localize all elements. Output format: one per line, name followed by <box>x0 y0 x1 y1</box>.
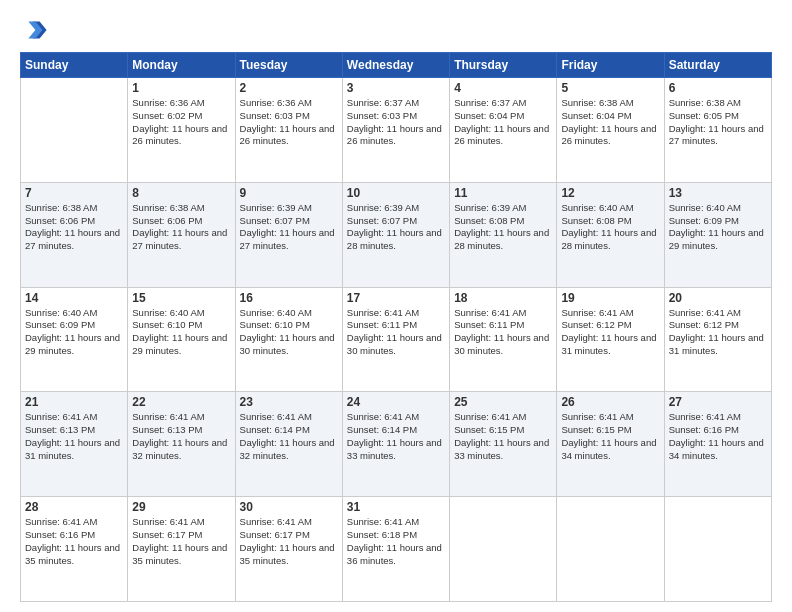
calendar-cell: 14Sunrise: 6:40 AMSunset: 6:09 PMDayligh… <box>21 287 128 392</box>
calendar-header-monday: Monday <box>128 53 235 78</box>
calendar-cell: 16Sunrise: 6:40 AMSunset: 6:10 PMDayligh… <box>235 287 342 392</box>
calendar-cell: 27Sunrise: 6:41 AMSunset: 6:16 PMDayligh… <box>664 392 771 497</box>
day-info: Sunrise: 6:36 AMSunset: 6:02 PMDaylight:… <box>132 97 230 148</box>
calendar-cell: 12Sunrise: 6:40 AMSunset: 6:08 PMDayligh… <box>557 182 664 287</box>
calendar-cell: 31Sunrise: 6:41 AMSunset: 6:18 PMDayligh… <box>342 497 449 602</box>
calendar-cell: 13Sunrise: 6:40 AMSunset: 6:09 PMDayligh… <box>664 182 771 287</box>
calendar-cell: 26Sunrise: 6:41 AMSunset: 6:15 PMDayligh… <box>557 392 664 497</box>
calendar-header-wednesday: Wednesday <box>342 53 449 78</box>
calendar-header-tuesday: Tuesday <box>235 53 342 78</box>
calendar-cell <box>557 497 664 602</box>
calendar-cell: 4Sunrise: 6:37 AMSunset: 6:04 PMDaylight… <box>450 78 557 183</box>
calendar-cell <box>450 497 557 602</box>
day-info: Sunrise: 6:41 AMSunset: 6:11 PMDaylight:… <box>454 307 552 358</box>
day-number: 14 <box>25 291 123 305</box>
day-number: 24 <box>347 395 445 409</box>
calendar-cell <box>21 78 128 183</box>
day-number: 9 <box>240 186 338 200</box>
day-info: Sunrise: 6:38 AMSunset: 6:05 PMDaylight:… <box>669 97 767 148</box>
calendar-table: SundayMondayTuesdayWednesdayThursdayFrid… <box>20 52 772 602</box>
day-info: Sunrise: 6:36 AMSunset: 6:03 PMDaylight:… <box>240 97 338 148</box>
day-number: 1 <box>132 81 230 95</box>
day-number: 19 <box>561 291 659 305</box>
calendar-cell: 15Sunrise: 6:40 AMSunset: 6:10 PMDayligh… <box>128 287 235 392</box>
calendar-cell: 2Sunrise: 6:36 AMSunset: 6:03 PMDaylight… <box>235 78 342 183</box>
day-info: Sunrise: 6:41 AMSunset: 6:13 PMDaylight:… <box>132 411 230 462</box>
day-info: Sunrise: 6:41 AMSunset: 6:12 PMDaylight:… <box>561 307 659 358</box>
day-info: Sunrise: 6:41 AMSunset: 6:14 PMDaylight:… <box>347 411 445 462</box>
day-info: Sunrise: 6:39 AMSunset: 6:07 PMDaylight:… <box>347 202 445 253</box>
day-number: 4 <box>454 81 552 95</box>
day-number: 15 <box>132 291 230 305</box>
calendar-cell: 22Sunrise: 6:41 AMSunset: 6:13 PMDayligh… <box>128 392 235 497</box>
day-number: 10 <box>347 186 445 200</box>
day-number: 25 <box>454 395 552 409</box>
day-info: Sunrise: 6:41 AMSunset: 6:17 PMDaylight:… <box>240 516 338 567</box>
day-number: 12 <box>561 186 659 200</box>
day-info: Sunrise: 6:41 AMSunset: 6:16 PMDaylight:… <box>669 411 767 462</box>
calendar-header-sunday: Sunday <box>21 53 128 78</box>
calendar-cell <box>664 497 771 602</box>
calendar-week-row: 28Sunrise: 6:41 AMSunset: 6:16 PMDayligh… <box>21 497 772 602</box>
calendar-cell: 8Sunrise: 6:38 AMSunset: 6:06 PMDaylight… <box>128 182 235 287</box>
day-number: 26 <box>561 395 659 409</box>
calendar-cell: 30Sunrise: 6:41 AMSunset: 6:17 PMDayligh… <box>235 497 342 602</box>
calendar-cell: 5Sunrise: 6:38 AMSunset: 6:04 PMDaylight… <box>557 78 664 183</box>
day-info: Sunrise: 6:38 AMSunset: 6:04 PMDaylight:… <box>561 97 659 148</box>
page: SundayMondayTuesdayWednesdayThursdayFrid… <box>0 0 792 612</box>
calendar-cell: 11Sunrise: 6:39 AMSunset: 6:08 PMDayligh… <box>450 182 557 287</box>
calendar-cell: 17Sunrise: 6:41 AMSunset: 6:11 PMDayligh… <box>342 287 449 392</box>
day-info: Sunrise: 6:41 AMSunset: 6:15 PMDaylight:… <box>454 411 552 462</box>
calendar-header-friday: Friday <box>557 53 664 78</box>
day-info: Sunrise: 6:41 AMSunset: 6:15 PMDaylight:… <box>561 411 659 462</box>
header <box>20 16 772 44</box>
day-number: 13 <box>669 186 767 200</box>
day-number: 28 <box>25 500 123 514</box>
day-info: Sunrise: 6:38 AMSunset: 6:06 PMDaylight:… <box>25 202 123 253</box>
day-number: 5 <box>561 81 659 95</box>
calendar-cell: 21Sunrise: 6:41 AMSunset: 6:13 PMDayligh… <box>21 392 128 497</box>
day-info: Sunrise: 6:39 AMSunset: 6:08 PMDaylight:… <box>454 202 552 253</box>
day-info: Sunrise: 6:40 AMSunset: 6:10 PMDaylight:… <box>132 307 230 358</box>
day-number: 21 <box>25 395 123 409</box>
calendar-week-row: 21Sunrise: 6:41 AMSunset: 6:13 PMDayligh… <box>21 392 772 497</box>
calendar-cell: 6Sunrise: 6:38 AMSunset: 6:05 PMDaylight… <box>664 78 771 183</box>
day-number: 20 <box>669 291 767 305</box>
day-number: 31 <box>347 500 445 514</box>
day-number: 17 <box>347 291 445 305</box>
day-info: Sunrise: 6:40 AMSunset: 6:10 PMDaylight:… <box>240 307 338 358</box>
day-number: 11 <box>454 186 552 200</box>
day-number: 8 <box>132 186 230 200</box>
calendar-cell: 28Sunrise: 6:41 AMSunset: 6:16 PMDayligh… <box>21 497 128 602</box>
calendar-week-row: 7Sunrise: 6:38 AMSunset: 6:06 PMDaylight… <box>21 182 772 287</box>
logo-icon <box>20 16 48 44</box>
calendar-cell: 29Sunrise: 6:41 AMSunset: 6:17 PMDayligh… <box>128 497 235 602</box>
calendar-cell: 10Sunrise: 6:39 AMSunset: 6:07 PMDayligh… <box>342 182 449 287</box>
calendar-header-thursday: Thursday <box>450 53 557 78</box>
day-number: 7 <box>25 186 123 200</box>
calendar-cell: 25Sunrise: 6:41 AMSunset: 6:15 PMDayligh… <box>450 392 557 497</box>
calendar-cell: 1Sunrise: 6:36 AMSunset: 6:02 PMDaylight… <box>128 78 235 183</box>
day-number: 29 <box>132 500 230 514</box>
day-number: 23 <box>240 395 338 409</box>
day-info: Sunrise: 6:37 AMSunset: 6:04 PMDaylight:… <box>454 97 552 148</box>
day-info: Sunrise: 6:39 AMSunset: 6:07 PMDaylight:… <box>240 202 338 253</box>
calendar-header-saturday: Saturday <box>664 53 771 78</box>
day-info: Sunrise: 6:41 AMSunset: 6:17 PMDaylight:… <box>132 516 230 567</box>
day-info: Sunrise: 6:40 AMSunset: 6:09 PMDaylight:… <box>25 307 123 358</box>
day-info: Sunrise: 6:41 AMSunset: 6:16 PMDaylight:… <box>25 516 123 567</box>
calendar-cell: 20Sunrise: 6:41 AMSunset: 6:12 PMDayligh… <box>664 287 771 392</box>
calendar-cell: 9Sunrise: 6:39 AMSunset: 6:07 PMDaylight… <box>235 182 342 287</box>
calendar-week-row: 14Sunrise: 6:40 AMSunset: 6:09 PMDayligh… <box>21 287 772 392</box>
day-number: 18 <box>454 291 552 305</box>
day-info: Sunrise: 6:41 AMSunset: 6:18 PMDaylight:… <box>347 516 445 567</box>
calendar-cell: 24Sunrise: 6:41 AMSunset: 6:14 PMDayligh… <box>342 392 449 497</box>
day-info: Sunrise: 6:41 AMSunset: 6:12 PMDaylight:… <box>669 307 767 358</box>
day-info: Sunrise: 6:40 AMSunset: 6:09 PMDaylight:… <box>669 202 767 253</box>
day-info: Sunrise: 6:37 AMSunset: 6:03 PMDaylight:… <box>347 97 445 148</box>
day-number: 3 <box>347 81 445 95</box>
calendar-cell: 23Sunrise: 6:41 AMSunset: 6:14 PMDayligh… <box>235 392 342 497</box>
calendar-week-row: 1Sunrise: 6:36 AMSunset: 6:02 PMDaylight… <box>21 78 772 183</box>
day-number: 16 <box>240 291 338 305</box>
day-info: Sunrise: 6:41 AMSunset: 6:11 PMDaylight:… <box>347 307 445 358</box>
